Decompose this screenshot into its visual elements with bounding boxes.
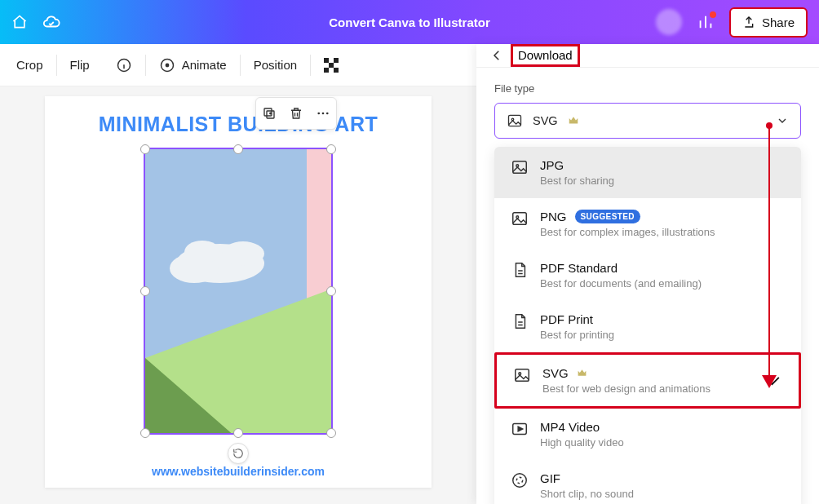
image-icon xyxy=(511,210,529,228)
svg-rect-6 xyxy=(329,63,334,68)
crop-button[interactable]: Crop xyxy=(3,44,56,86)
file-type-option-pdf_std[interactable]: PDF StandardBest for documents (and emai… xyxy=(494,250,801,301)
transparency-icon xyxy=(324,58,339,73)
top-app-bar: Convert Canva to Illustrator Share xyxy=(0,0,819,44)
option-name: GIF xyxy=(540,471,634,485)
cloud-check-icon[interactable] xyxy=(42,13,60,31)
rotate-handle[interactable] xyxy=(228,443,249,464)
info-icon[interactable] xyxy=(103,44,145,86)
svg-rect-26 xyxy=(513,213,527,225)
svg-point-13 xyxy=(326,113,329,115)
option-name: SVG xyxy=(542,366,711,380)
svg-point-12 xyxy=(321,113,324,115)
video-icon xyxy=(511,420,529,438)
annotation-arrow xyxy=(768,126,770,387)
selected-file-type: SVG xyxy=(533,114,558,127)
file-type-option-svg[interactable]: SVG Best for web design and animations xyxy=(494,352,801,409)
position-button[interactable]: Position xyxy=(241,44,310,86)
svg-point-31 xyxy=(513,474,527,488)
panel-header: Download xyxy=(476,44,819,68)
svg-point-11 xyxy=(317,113,320,115)
flip-button[interactable]: Flip xyxy=(57,44,103,86)
animate-label: Animate xyxy=(182,58,227,72)
transparency-button[interactable] xyxy=(311,44,352,86)
svg-rect-8 xyxy=(334,68,339,73)
option-desc: Best for web design and animations xyxy=(542,382,711,395)
canvas-area[interactable]: MINIMALIST BUILDING ART xyxy=(0,86,476,504)
pdf-icon xyxy=(511,312,529,330)
image-icon xyxy=(511,158,529,176)
duplicate-icon[interactable] xyxy=(262,106,277,121)
crown-icon xyxy=(568,115,579,126)
selected-element[interactable] xyxy=(144,148,333,435)
art-content xyxy=(145,149,331,433)
pdf-icon xyxy=(511,261,529,279)
svg-point-20 xyxy=(222,241,264,266)
svg-rect-28 xyxy=(516,369,529,382)
option-desc: Short clip, no sound xyxy=(540,488,634,500)
file-type-option-jpg[interactable]: JPGBest for sharing xyxy=(494,147,801,198)
option-desc: Best for documents (and emailing) xyxy=(540,277,702,290)
file-type-label: File type xyxy=(494,82,801,95)
suggested-badge: SUGGESTED xyxy=(575,210,640,223)
back-icon[interactable] xyxy=(489,48,504,63)
document-title: Convert Canva to Illustrator xyxy=(329,15,490,29)
home-icon[interactable] xyxy=(11,14,28,30)
resize-handle-tm[interactable] xyxy=(233,144,243,154)
option-name: MP4 Video xyxy=(540,420,624,434)
crown-icon xyxy=(577,368,587,378)
svg-point-21 xyxy=(184,241,220,263)
option-desc: Best for complex images, illustrations xyxy=(540,226,715,238)
share-button-label: Share xyxy=(762,15,795,29)
image-icon xyxy=(513,366,531,384)
svg-rect-5 xyxy=(334,58,339,63)
file-type-option-png[interactable]: PNG SUGGESTEDBest for complex images, il… xyxy=(494,198,801,250)
image-icon xyxy=(507,113,523,129)
gif-icon xyxy=(511,471,529,489)
svg-rect-4 xyxy=(324,58,329,63)
svg-rect-7 xyxy=(324,68,329,73)
delete-icon[interactable] xyxy=(289,106,303,121)
option-desc: Best for printing xyxy=(540,329,614,341)
floating-element-toolbar xyxy=(255,97,337,130)
avatar[interactable] xyxy=(656,9,682,35)
resize-handle-bl[interactable] xyxy=(140,428,150,438)
resize-handle-tr[interactable] xyxy=(326,144,336,154)
file-type-option-gif[interactable]: GIFShort clip, no sound xyxy=(494,460,801,504)
resize-handle-tl[interactable] xyxy=(140,144,150,154)
file-type-option-mp4[interactable]: MP4 VideoHigh quality video xyxy=(494,409,801,460)
svg-point-32 xyxy=(516,477,522,483)
option-name: PNG SUGGESTED xyxy=(540,210,715,223)
upload-icon xyxy=(742,15,755,29)
notification-dot xyxy=(710,11,716,18)
stats-icon[interactable] xyxy=(697,13,715,31)
option-name: PDF Print xyxy=(540,312,614,326)
animate-button[interactable]: Animate xyxy=(146,44,240,86)
panel-title: Download xyxy=(511,44,580,67)
share-button[interactable]: Share xyxy=(729,7,808,38)
resize-handle-lm[interactable] xyxy=(140,286,150,296)
file-type-option-pdf_print[interactable]: PDF PrintBest for printing xyxy=(494,301,801,352)
file-type-select[interactable]: SVG xyxy=(494,103,801,139)
page[interactable]: MINIMALIST BUILDING ART xyxy=(45,96,432,488)
chevron-down-icon xyxy=(776,114,789,127)
download-panel: Download File type SVG JPGBest for shari… xyxy=(476,44,819,504)
animate-icon xyxy=(159,57,175,73)
svg-rect-24 xyxy=(513,161,527,174)
option-name: JPG xyxy=(540,158,614,172)
resize-handle-bm[interactable] xyxy=(233,428,243,438)
resize-handle-rm[interactable] xyxy=(326,286,336,296)
resize-handle-br[interactable] xyxy=(326,428,336,438)
option-name: PDF Standard xyxy=(540,261,702,275)
svg-point-2 xyxy=(166,64,168,66)
svg-rect-22 xyxy=(509,115,521,126)
option-desc: Best for sharing xyxy=(540,175,614,187)
file-type-dropdown: JPGBest for sharingPNG SUGGESTEDBest for… xyxy=(494,147,801,504)
option-desc: High quality video xyxy=(540,436,624,449)
more-icon[interactable] xyxy=(316,106,330,121)
watermark: www.websitebuilderinsider.com xyxy=(152,465,325,478)
